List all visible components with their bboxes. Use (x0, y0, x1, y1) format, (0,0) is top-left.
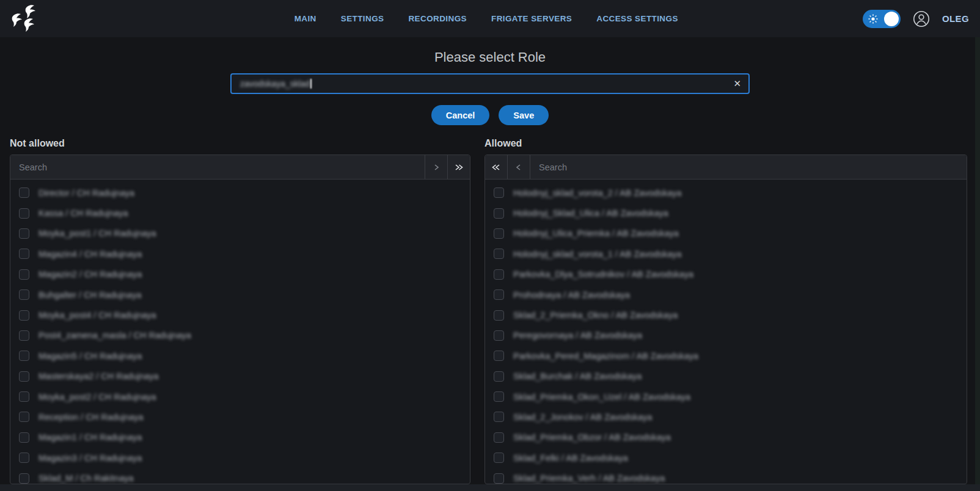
list-item[interactable]: Magazin2 / CH Radujnaya (10, 264, 470, 285)
list-item[interactable]: Sklad_M / Ch Rakitnaya (10, 468, 470, 484)
nav-link[interactable]: FRIGATE SERVERS (491, 14, 572, 23)
not-allowed-list: Director / CH Radujnaya Kassa / CH Raduj… (10, 180, 470, 484)
list-item[interactable]: Buhgalter / CH Radujnaya (10, 285, 470, 305)
checkbox[interactable] (494, 371, 504, 382)
list-item[interactable]: Parkovka_Pered_Magazinom / AB Zavodskaya (485, 346, 967, 366)
list-item-label: Peregovornaya / AB Zavodskaya (513, 330, 642, 340)
checkbox[interactable] (494, 453, 504, 463)
checkbox[interactable] (494, 432, 504, 443)
list-item[interactable]: Sklad_Felki / AB Zavodskaya (485, 448, 967, 468)
allowed-search-input[interactable] (530, 155, 967, 179)
column-gap (470, 138, 485, 484)
list-item-label: Sklad_M / Ch Rakitnaya (38, 473, 134, 483)
list-item[interactable]: Peregovornaya / AB Zavodskaya (485, 326, 967, 346)
list-item[interactable]: Kassa / CH Radujnaya (10, 203, 470, 223)
top-nav-bar: MAIN SETTINGS RECORDINGS FRIGATE SERVERS… (0, 0, 980, 37)
nav-link[interactable]: RECORDINGS (408, 14, 467, 23)
checkbox[interactable] (19, 289, 29, 300)
checkbox[interactable] (19, 473, 29, 484)
list-item[interactable]: Sklad_Priemka_Obzor / AB Zavodskaya (485, 427, 967, 448)
list-item[interactable]: Sklad_Priemka_Verh / AB Zavodskaya (485, 468, 967, 484)
list-item[interactable]: Parkovka_Dlya_Sotrudnikov / AB Zavodskay… (485, 264, 967, 285)
checkbox[interactable] (494, 289, 504, 300)
checkbox[interactable] (19, 208, 29, 219)
list-item[interactable]: Magazin1 / CH Radujnaya (10, 427, 470, 448)
nav-link[interactable]: MAIN (294, 14, 316, 23)
checkbox[interactable] (19, 371, 29, 382)
move-selected-left-button[interactable] (508, 155, 530, 179)
not-allowed-panel-header (10, 155, 470, 180)
checkbox[interactable] (494, 310, 504, 321)
list-item[interactable]: Masterskaya2 / CH Radujnaya (10, 366, 470, 387)
list-item-label: Sklad_Priemka_Obzor / AB Zavodskaya (513, 432, 671, 442)
checkbox[interactable] (494, 391, 504, 402)
list-item[interactable]: Prohodnaya / AB Zavodskaya (485, 285, 967, 305)
checkbox[interactable] (19, 249, 29, 259)
list-item[interactable]: Sklad_Burchak / AB Zavodskaya (485, 366, 967, 387)
checkbox[interactable] (494, 187, 504, 198)
nav-link[interactable]: ACCESS SETTINGS (596, 14, 678, 23)
list-item[interactable]: Sklad_Priemka_Okon_Uzel / AB Zavodskaya (485, 387, 967, 407)
checkbox[interactable] (494, 351, 504, 361)
list-item[interactable]: Holodnyj_Ulica_Priemka / AB Zavodskaya (485, 224, 967, 244)
checkbox[interactable] (19, 187, 29, 198)
move-all-left-button[interactable] (485, 155, 508, 179)
app-logo[interactable] (11, 4, 43, 34)
username[interactable]: OLEG (942, 13, 969, 24)
checkbox[interactable] (494, 249, 504, 259)
checkbox[interactable] (494, 473, 504, 484)
checkbox[interactable] (19, 391, 29, 402)
list-item-label: Masterskaya2 / CH Radujnaya (38, 371, 159, 381)
list-item[interactable]: Holodnyj_Sklad_Ulica / AB Zavodskaya (485, 203, 967, 223)
checkbox[interactable] (19, 330, 29, 341)
nav-link[interactable]: SETTINGS (341, 14, 384, 23)
role-search-input[interactable]: zavodskaya_sklad ✕ (230, 73, 750, 94)
checkbox[interactable] (494, 228, 504, 239)
user-icon[interactable] (913, 10, 930, 27)
list-item[interactable]: Holodnyj_sklad_vorota_1 / AB Zavodskaya (485, 244, 967, 264)
checkbox[interactable] (19, 412, 29, 422)
list-item-label: Holodnyj_Sklad_Ulica / AB Zavodskaya (513, 208, 668, 218)
checkbox[interactable] (494, 412, 504, 422)
list-item[interactable]: Holodnyj_sklad_vorota_2 / AB Zavodskaya (485, 183, 967, 203)
chevron-right-icon (431, 162, 441, 172)
list-item-label: Parkovka_Pered_Magazinom / AB Zavodskaya (513, 351, 698, 361)
transfer-columns: Not allowed (0, 138, 980, 484)
frigate-birds-icon (11, 5, 42, 33)
checkbox[interactable] (19, 351, 29, 361)
checkbox[interactable] (494, 330, 504, 341)
list-item[interactable]: Moyka_post4 / CH Radujnaya (10, 305, 470, 325)
list-item[interactable]: Reception / CH Radujnaya (10, 407, 470, 427)
list-item-label: Moyka_post1 / CH Radujnaya (38, 228, 156, 238)
move-all-right-button[interactable] (447, 155, 470, 179)
list-item[interactable]: Magazin5 / CH Radujnaya (10, 346, 470, 366)
list-item[interactable]: Post4_zamena_masla / CH Radujnaya (10, 326, 470, 346)
move-selected-right-button[interactable] (425, 155, 447, 179)
list-item-label: Sklad_Burchak / AB Zavodskaya (513, 371, 642, 381)
save-button[interactable]: Save (499, 105, 549, 125)
list-item[interactable]: Sklad_2_Priemka_Okno / AB Zavodskaya (485, 305, 967, 325)
list-item[interactable]: Moyka_post1 / CH Radujnaya (10, 224, 470, 244)
theme-toggle[interactable] (863, 10, 901, 28)
list-item[interactable]: Sklad_2_Jonokov / AB Zavodskaya (485, 407, 967, 427)
list-item[interactable]: Magazin4 / CH Radujnaya (10, 244, 470, 264)
checkbox[interactable] (19, 432, 29, 443)
checkbox[interactable] (19, 269, 29, 280)
checkbox[interactable] (494, 269, 504, 280)
checkbox[interactable] (19, 453, 29, 463)
not-allowed-search-input[interactable] (10, 155, 425, 179)
list-item-label: Magazin5 / CH Radujnaya (38, 351, 142, 361)
allowed-panel-header (485, 155, 967, 180)
list-item[interactable]: Magazin3 / CH Radujnaya (10, 448, 470, 468)
list-item-label: Post4_zamena_masla / CH Radujnaya (38, 330, 191, 340)
list-item[interactable]: Director / CH Radujnaya (10, 183, 470, 203)
text-caret (310, 79, 312, 89)
list-item[interactable]: Moyka_post2 / CH Radujnaya (10, 387, 470, 407)
top-bar-right: OLEG (863, 10, 969, 28)
checkbox[interactable] (19, 228, 29, 239)
page-scrollbar[interactable] (975, 37, 980, 491)
checkbox[interactable] (19, 310, 29, 321)
cancel-button[interactable]: Cancel (431, 105, 490, 125)
clear-icon[interactable]: ✕ (733, 75, 741, 93)
checkbox[interactable] (494, 208, 504, 219)
